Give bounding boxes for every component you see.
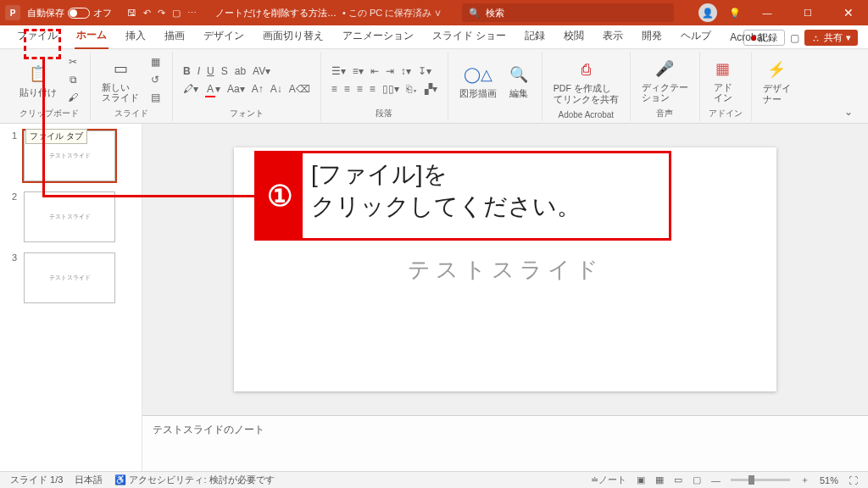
ribbon-display-options-icon[interactable]: ▢: [790, 32, 799, 44]
close-button[interactable]: ✕: [834, 6, 863, 19]
edit-area: テストスライド テストスライドのノート: [142, 124, 868, 471]
bold-button[interactable]: B: [181, 64, 192, 78]
tab-view[interactable]: 表示: [601, 25, 625, 48]
zoom-level[interactable]: 51%: [820, 475, 838, 485]
notes-toggle[interactable]: ≐ノート: [591, 474, 626, 486]
thumb-number: 2: [12, 191, 19, 202]
toggle-switch-icon[interactable]: [68, 8, 90, 19]
slide-counter[interactable]: スライド 1/3: [10, 474, 63, 486]
fit-window-icon[interactable]: ⛶: [849, 475, 858, 485]
strike-button[interactable]: S: [220, 64, 230, 78]
group-clipboard: 📋貼り付け ✂ ⧉ 🖌 クリップボード: [8, 52, 91, 121]
spacing-button[interactable]: AV▾: [251, 64, 272, 78]
numbering-button[interactable]: ≡▾: [351, 64, 365, 78]
align-text-button[interactable]: ⎗▾: [404, 82, 420, 96]
normal-view-icon[interactable]: ▣: [637, 474, 645, 485]
shrink-font-button[interactable]: A↓: [269, 82, 284, 96]
tab-review[interactable]: 校閲: [562, 25, 586, 48]
group-voice: 🎤ディクテー ション 音声: [631, 52, 700, 121]
search-box[interactable]: 🔍 検索: [462, 3, 674, 22]
maximize-button[interactable]: ☐: [793, 8, 822, 19]
tab-insert[interactable]: 挿入: [124, 25, 147, 48]
edit-button[interactable]: 🔍編集: [504, 61, 533, 100]
tab-home[interactable]: ホーム: [75, 25, 108, 49]
slide-thumbnail[interactable]: テストスライド: [24, 252, 115, 303]
tab-record[interactable]: 記録: [523, 25, 547, 48]
tab-file[interactable]: ファイル: [15, 25, 59, 48]
workspace: 1テストスライド 2テストスライド 3テストスライド テストスライド テストスラ…: [0, 124, 868, 471]
layout-icon[interactable]: ▦: [147, 54, 164, 69]
columns-button[interactable]: ▯▯▾: [381, 82, 401, 96]
line-spacing-button[interactable]: ↕▾: [399, 64, 413, 78]
sorter-view-icon[interactable]: ▦: [655, 474, 664, 485]
slideshow-view-icon[interactable]: ▢: [693, 474, 701, 485]
autosave-label: 自動保存: [27, 7, 64, 19]
group-label: スライド: [99, 108, 164, 121]
grow-font-button[interactable]: A↑: [250, 82, 265, 96]
language-indicator[interactable]: 日本語: [75, 474, 103, 486]
collapse-ribbon-icon[interactable]: ⌄: [837, 101, 860, 123]
tab-help[interactable]: ヘルプ: [679, 25, 713, 48]
text-direction-button[interactable]: ↧▾: [416, 64, 433, 78]
slideshow-icon[interactable]: ▢: [172, 8, 181, 19]
zoom-slider[interactable]: [731, 479, 790, 481]
document-title[interactable]: ノートだけを削除する方法… • この PC に保存済み ∨: [215, 7, 442, 19]
notes-pane[interactable]: テストスライドのノート: [142, 415, 868, 471]
new-slide-button[interactable]: ▭新しい スライド: [99, 55, 142, 104]
accessibility-check[interactable]: ♿ アクセシビリティ: 検討が必要です: [114, 474, 274, 486]
paste-button[interactable]: 📋貼り付け: [17, 60, 59, 99]
redo-icon[interactable]: ↷: [158, 8, 165, 19]
undo-icon[interactable]: ↶: [143, 8, 151, 19]
quick-access-toolbar: 🖫 ↶ ↷ ▢ ⋯: [120, 8, 203, 19]
font-color-button[interactable]: A▾: [203, 82, 222, 96]
share-button[interactable]: ⛬共有▾: [804, 30, 858, 46]
tab-slideshow[interactable]: スライド ショー: [431, 25, 508, 48]
group-drawing: ◯△図形描画 🔍編集: [448, 52, 542, 121]
tab-design[interactable]: デザイン: [202, 25, 246, 48]
underline-button[interactable]: U: [205, 64, 216, 78]
tab-developer[interactable]: 開発: [640, 25, 664, 48]
ribbon: 📋貼り付け ✂ ⧉ 🖌 クリップボード ▭新しい スライド ▦ ↺ ▤ スライド…: [0, 49, 868, 124]
account-avatar[interactable]: 👤: [698, 3, 717, 22]
save-icon[interactable]: 🖫: [127, 8, 136, 19]
align-left-button[interactable]: ≡: [330, 82, 339, 96]
zoom-in-icon[interactable]: ＋: [800, 474, 810, 486]
minimize-button[interactable]: —: [753, 8, 782, 18]
format-painter-icon[interactable]: 🖌: [64, 90, 81, 105]
align-center-button[interactable]: ≡: [342, 82, 352, 96]
dictate-button[interactable]: 🎤ディクテー ション: [639, 55, 691, 104]
shadow-button[interactable]: ab: [233, 64, 248, 78]
slide-thumbnail[interactable]: テストスライド: [24, 191, 115, 242]
tab-transitions[interactable]: 画面切り替え: [261, 25, 326, 48]
record-button[interactable]: 記録: [743, 30, 785, 46]
tab-animations[interactable]: アニメーション: [341, 25, 415, 48]
create-pdf-button[interactable]: ⎙PDF を作成し てリンクを共有: [551, 56, 621, 105]
italic-button[interactable]: I: [196, 64, 202, 78]
align-right-button[interactable]: ≡: [355, 82, 364, 96]
status-bar: スライド 1/3 日本語 ♿ アクセシビリティ: 検討が必要です ≐ノート ▣ …: [0, 471, 868, 488]
highlight-button[interactable]: 🖍▾: [181, 82, 200, 96]
reset-icon[interactable]: ↺: [147, 72, 164, 87]
cut-icon[interactable]: ✂: [64, 54, 81, 69]
qat-more-icon[interactable]: ⋯: [187, 8, 197, 19]
lightbulb-icon[interactable]: 💡: [729, 8, 741, 19]
addin-button[interactable]: ▦アド イン: [709, 55, 737, 104]
slide-canvas[interactable]: テストスライド: [234, 147, 776, 391]
reading-view-icon[interactable]: ▭: [674, 474, 682, 485]
section-icon[interactable]: ▤: [147, 90, 164, 105]
bullets-button[interactable]: ☰▾: [330, 64, 348, 78]
clear-format-button[interactable]: A⌫: [287, 82, 312, 96]
justify-button[interactable]: ≡: [368, 82, 377, 96]
indent-decrease-button[interactable]: ⇤: [369, 64, 381, 78]
copy-icon[interactable]: ⧉: [64, 72, 81, 87]
autosave-toggle[interactable]: 自動保存 オフ: [27, 7, 112, 19]
indent-increase-button[interactable]: ⇥: [384, 64, 396, 78]
tab-draw[interactable]: 描画: [163, 25, 186, 48]
group-label: 音声: [639, 108, 691, 121]
zoom-out-icon[interactable]: —: [711, 475, 721, 485]
group-label: 段落: [330, 108, 439, 121]
smartart-button[interactable]: ▞▾: [423, 82, 439, 96]
shapes-button[interactable]: ◯△図形描画: [457, 61, 499, 100]
change-case-button[interactable]: Aa▾: [225, 82, 247, 96]
designer-button[interactable]: ⚡デザイ ナー: [760, 56, 793, 105]
